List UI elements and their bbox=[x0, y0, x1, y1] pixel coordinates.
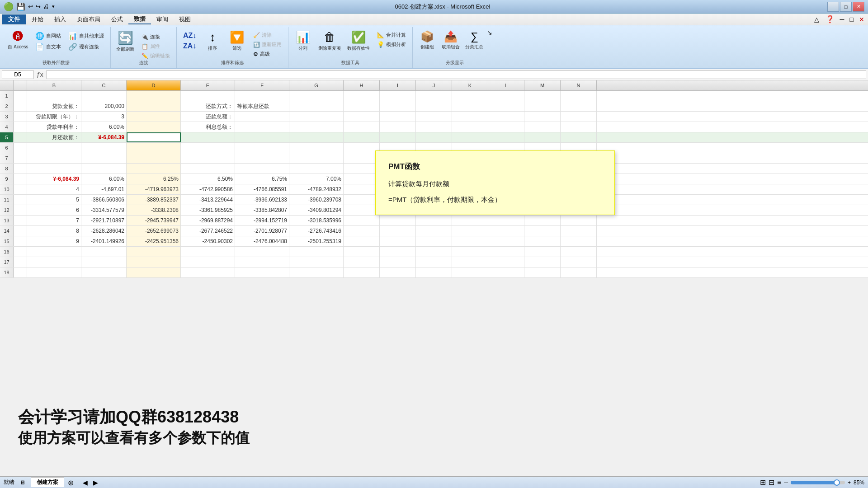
cell-e5[interactable] bbox=[181, 132, 235, 142]
cell-g8[interactable] bbox=[289, 164, 344, 174]
col-header-b[interactable]: B bbox=[27, 80, 81, 90]
cell-c3[interactable]: 3 bbox=[81, 112, 127, 122]
view-page-break[interactable]: ≡ bbox=[777, 479, 781, 487]
cell-i15[interactable] bbox=[380, 236, 416, 246]
row-header-13[interactable]: 13 bbox=[0, 216, 14, 225]
cell-e18[interactable] bbox=[181, 267, 235, 277]
cell-a2[interactable] bbox=[14, 101, 27, 111]
cell-i4[interactable] bbox=[380, 122, 416, 132]
cell-e14[interactable]: -2677.246522 bbox=[181, 226, 235, 236]
cell-k4[interactable] bbox=[452, 122, 488, 132]
cell-c1[interactable] bbox=[81, 91, 127, 101]
menu-data[interactable]: 数据 bbox=[128, 14, 151, 24]
cell-a10[interactable] bbox=[14, 184, 27, 194]
cell-c6[interactable] bbox=[81, 143, 127, 153]
cell-m17[interactable] bbox=[524, 257, 561, 267]
col-header-c[interactable]: C bbox=[81, 80, 127, 90]
cell-e15[interactable]: -2450.90302 bbox=[181, 236, 235, 246]
cell-c8[interactable] bbox=[81, 164, 127, 174]
btn-remove-dup[interactable]: 🗑 删除重复项 bbox=[316, 29, 343, 53]
cell-g12[interactable]: -3409.801294 bbox=[289, 205, 344, 215]
cell-h1[interactable] bbox=[344, 91, 380, 101]
btn-existing-conn[interactable]: 🔗 现有连接 bbox=[66, 42, 107, 52]
help-icon[interactable]: ❓ bbox=[824, 15, 836, 23]
cell-b2[interactable]: 贷款金额： bbox=[27, 101, 81, 111]
cell-c17[interactable] bbox=[81, 257, 127, 267]
col-header-g[interactable]: G bbox=[289, 80, 344, 90]
cell-b9[interactable]: ¥-6,084.39 bbox=[27, 174, 81, 184]
cell-f7[interactable] bbox=[235, 153, 289, 163]
cell-i14[interactable] bbox=[380, 226, 416, 236]
btn-sort[interactable]: ↕ 排序 bbox=[202, 29, 223, 53]
function-icon[interactable]: ƒx bbox=[35, 71, 45, 78]
btn-validate[interactable]: ✅ 数据有效性 bbox=[345, 29, 372, 53]
cell-h2[interactable] bbox=[344, 101, 380, 111]
cell-e13[interactable]: -2969.887294 bbox=[181, 216, 235, 225]
cell-d10[interactable]: -4719.963973 bbox=[127, 184, 181, 194]
cell-d17[interactable] bbox=[127, 257, 181, 267]
row-header-12[interactable]: 12 bbox=[0, 205, 14, 215]
cell-k15[interactable] bbox=[452, 236, 488, 246]
btn-connect[interactable]: 🔌 连接 bbox=[139, 33, 173, 41]
cell-e8[interactable] bbox=[181, 164, 235, 174]
cell-g3[interactable] bbox=[289, 112, 344, 122]
cell-l15[interactable] bbox=[488, 236, 524, 246]
cell-f18[interactable] bbox=[235, 267, 289, 277]
close-excel[interactable]: ✕ bbox=[857, 16, 866, 23]
row-header-18[interactable]: 18 bbox=[0, 267, 14, 277]
cell-i18[interactable] bbox=[380, 267, 416, 277]
col-header-e[interactable]: E bbox=[181, 80, 235, 90]
cell-d16[interactable] bbox=[127, 247, 181, 257]
cell-h12[interactable] bbox=[344, 205, 380, 215]
btn-reapply[interactable]: 🔃 重新应用 bbox=[250, 40, 284, 49]
cell-f11[interactable]: -3936.692133 bbox=[235, 195, 289, 205]
btn-split[interactable]: 📊 分列 bbox=[292, 29, 314, 53]
cell-d5[interactable] bbox=[127, 132, 181, 142]
ribbon-collapse[interactable]: △ bbox=[811, 16, 822, 23]
sheet-tab-main[interactable]: 创建方案 bbox=[31, 477, 64, 487]
cell-d14[interactable]: -2652.699073 bbox=[127, 226, 181, 236]
cell-g16[interactable] bbox=[289, 247, 344, 257]
cell-f9[interactable]: 6.75% bbox=[235, 174, 289, 184]
toolbar-undo[interactable]: ↩ bbox=[28, 3, 33, 10]
cell-h13[interactable] bbox=[344, 216, 380, 225]
cell-j16[interactable] bbox=[416, 247, 452, 257]
col-header-j[interactable]: J bbox=[416, 80, 452, 90]
cell-a11[interactable] bbox=[14, 195, 27, 205]
btn-filter[interactable]: 🔽 筛选 bbox=[226, 29, 248, 53]
cell-d11[interactable]: -3889.852337 bbox=[127, 195, 181, 205]
cell-d12[interactable]: -3338.2308 bbox=[127, 205, 181, 215]
cell-b5[interactable]: 月还款额： bbox=[27, 132, 81, 142]
cell-c16[interactable] bbox=[81, 247, 127, 257]
btn-consolidate[interactable]: 📐 合并计算 bbox=[374, 31, 409, 39]
cell-a4[interactable] bbox=[14, 122, 27, 132]
cell-b1[interactable] bbox=[27, 91, 81, 101]
cell-e10[interactable]: -4742.990586 bbox=[181, 184, 235, 194]
btn-web[interactable]: 🌐 自网站 bbox=[33, 31, 64, 41]
cell-d3[interactable] bbox=[127, 112, 181, 122]
file-menu[interactable]: 文件 bbox=[2, 14, 26, 24]
col-header-n[interactable]: N bbox=[561, 80, 597, 90]
col-header-a[interactable] bbox=[14, 80, 27, 90]
cell-i5[interactable] bbox=[380, 132, 416, 142]
cell-h4[interactable] bbox=[344, 122, 380, 132]
cell-f4[interactable] bbox=[235, 122, 289, 132]
cell-k13[interactable] bbox=[452, 216, 488, 225]
restore-excel[interactable]: □ bbox=[848, 16, 855, 23]
row-header-10[interactable]: 10 bbox=[0, 184, 14, 194]
row-header-6[interactable]: 6 bbox=[0, 143, 14, 153]
cell-n2[interactable] bbox=[561, 101, 597, 111]
menu-home[interactable]: 开始 bbox=[26, 14, 49, 24]
cell-l17[interactable] bbox=[488, 257, 524, 267]
cell-i2[interactable] bbox=[380, 101, 416, 111]
row-header-15[interactable]: 15 bbox=[0, 236, 14, 246]
cell-a18[interactable] bbox=[14, 267, 27, 277]
cell-k5[interactable] bbox=[452, 132, 488, 142]
cell-h7[interactable] bbox=[344, 153, 380, 163]
menu-view[interactable]: 视图 bbox=[174, 14, 196, 24]
cell-a5[interactable] bbox=[14, 132, 27, 142]
cell-l1[interactable] bbox=[488, 91, 524, 101]
btn-access[interactable]: 🅐 自 Access bbox=[5, 29, 31, 52]
cell-k18[interactable] bbox=[452, 267, 488, 277]
col-header-i[interactable]: I bbox=[380, 80, 416, 90]
